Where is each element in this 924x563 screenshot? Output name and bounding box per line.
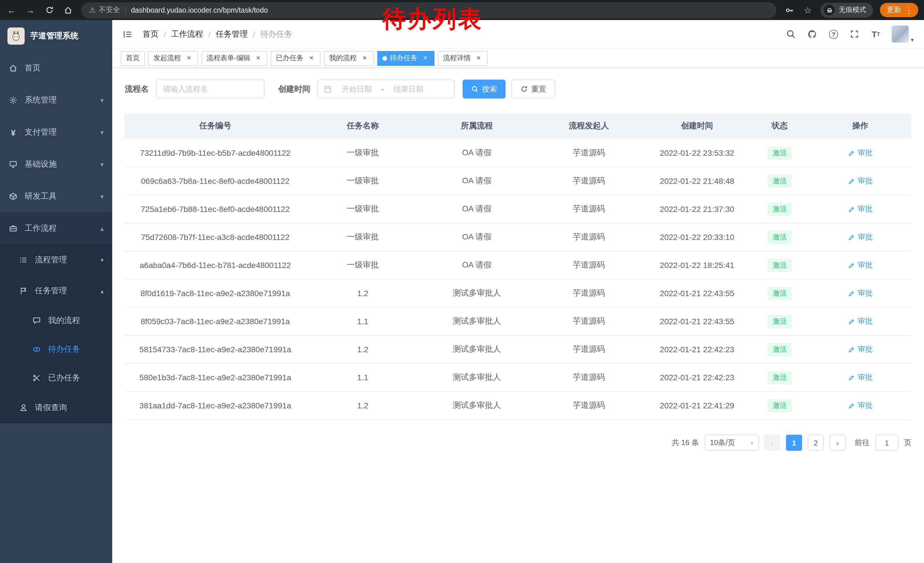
app-logo-row[interactable]: 芋道管理系统 <box>0 20 112 52</box>
approve-link[interactable]: 审批 <box>848 372 873 383</box>
next-page-button[interactable]: › <box>830 435 846 451</box>
cell-process: 测试多审批人 <box>420 308 534 335</box>
tab-close-icon[interactable]: × <box>422 54 429 62</box>
tab-close-icon[interactable]: × <box>185 54 193 62</box>
cell-create-time: 2022-01-21 22:42:23 <box>644 336 750 363</box>
tab-close-icon[interactable]: × <box>475 54 483 62</box>
cell-task-name: 1.2 <box>306 336 420 363</box>
cell-create-time: 2022-01-22 23:53:32 <box>644 139 750 167</box>
sidebar-item-payment[interactable]: ¥ 支付管理 ▾ <box>0 116 112 148</box>
tab-label: 我的流程 <box>329 53 357 63</box>
tab-close-icon[interactable]: × <box>361 54 369 62</box>
page-size-select[interactable]: 10条/页 ▾ <box>705 435 759 451</box>
approve-link[interactable]: 审批 <box>848 400 873 411</box>
briefcase-icon <box>8 224 18 233</box>
approve-link[interactable]: 审批 <box>848 344 873 354</box>
start-date-input[interactable] <box>336 85 378 93</box>
person-icon <box>18 403 28 412</box>
table-body: 73211d9d-7b9b-11ec-b5b7-acde48001122 一级审… <box>125 139 911 420</box>
cell-task-name: 一级审批 <box>306 195 420 223</box>
help-icon[interactable]: ? <box>828 29 839 40</box>
fullscreen-icon[interactable] <box>849 29 861 40</box>
table-row: 8f059c03-7ac8-11ec-a9e2-a2380e71991a 1.1… <box>125 308 911 336</box>
breadcrumb-home[interactable]: 首页 <box>142 29 159 39</box>
forward-icon[interactable]: → <box>25 4 36 16</box>
incognito-chip[interactable]: 无痕模式 <box>820 3 873 18</box>
approve-link[interactable]: 审批 <box>848 232 873 242</box>
cell-process: OA 请假 <box>420 195 534 223</box>
breadcrumb-workflow[interactable]: 工作流程 <box>171 29 203 39</box>
cell-actions: 审批 <box>809 224 911 251</box>
tab[interactable]: 我的流程 × <box>324 51 374 66</box>
tab[interactable]: 发起流程 × <box>148 51 198 66</box>
tab-close-icon[interactable]: × <box>254 54 262 62</box>
status-badge: 激活 <box>768 231 792 244</box>
approve-link[interactable]: 审批 <box>848 148 873 158</box>
sidebar-item-my-process[interactable]: 我的流程 <box>0 306 112 335</box>
cell-task-name: 一级审批 <box>306 139 420 167</box>
chevron-down-icon: ▾ <box>100 161 104 168</box>
user-avatar[interactable]: ▾ <box>891 25 914 43</box>
table-row: 8f0d1619-7ac8-11ec-a9e2-a2380e71991a 1.2… <box>125 279 911 308</box>
reset-button[interactable]: 重置 <box>511 80 555 99</box>
bookmark-star-icon[interactable]: ☆ <box>802 4 813 16</box>
cell-starter: 芋道源码 <box>534 167 644 195</box>
cell-task-id: 73211d9d-7b9b-11ec-b5b7-acde48001122 <box>125 139 306 167</box>
search-button[interactable]: 搜索 <box>463 80 506 99</box>
sidebar-item-task-management[interactable]: 任务管理 ▴ <box>0 275 112 306</box>
tab[interactable]: 已办任务 × <box>271 51 321 66</box>
breadcrumb-current: 待办任务 <box>260 29 292 39</box>
toolbox-icon <box>8 192 18 201</box>
sidebar-fold-icon[interactable] <box>123 29 133 39</box>
sidebar-item-leave-query[interactable]: 请假查询 <box>0 392 112 423</box>
back-icon[interactable]: ← <box>6 4 17 16</box>
cell-task-id: 58154733-7ac8-11ec-a9e2-a2380e71991a <box>125 336 306 363</box>
cell-task-name: 一级审批 <box>306 167 420 195</box>
chevron-down-icon: ▾ <box>750 440 753 446</box>
sidebar-item-home[interactable]: 首页 <box>0 52 112 84</box>
app-title: 芋道管理系统 <box>30 31 78 41</box>
breadcrumb-task-management[interactable]: 任务管理 <box>216 29 248 39</box>
prev-page-button[interactable]: ‹ <box>764 435 780 451</box>
cell-create-time: 2022-01-21 22:41:29 <box>644 392 750 419</box>
process-name-input[interactable] <box>156 80 264 99</box>
cell-status: 激活 <box>750 251 809 279</box>
security-warning[interactable]: ⚠ 不安全 <box>89 5 120 15</box>
goto-page-input[interactable] <box>875 435 898 451</box>
home-icon[interactable] <box>62 4 74 16</box>
search-icon[interactable] <box>786 29 797 40</box>
tab[interactable]: 流程详情 × <box>438 51 488 66</box>
page-button-2[interactable]: 2 <box>808 435 824 451</box>
password-key-icon[interactable] <box>784 4 795 16</box>
status-badge: 激活 <box>768 203 792 216</box>
sidebar-item-done-tasks[interactable]: 已办任务 <box>0 364 112 392</box>
sidebar-item-process-management[interactable]: 流程管理 ▾ <box>0 245 112 275</box>
font-size-icon[interactable]: TT <box>870 29 882 40</box>
browser-menu-icon[interactable]: ⋮ <box>905 6 913 15</box>
sidebar-item-todo-tasks[interactable]: 待办任务 <box>0 335 112 364</box>
sidebar-item-infrastructure[interactable]: 基础设施 ▾ <box>0 148 112 180</box>
refresh-icon[interactable] <box>44 4 55 16</box>
incognito-label: 无痕模式 <box>839 5 866 15</box>
approve-link[interactable]: 审批 <box>848 176 873 186</box>
tab-label: 首页 <box>126 53 140 63</box>
approve-link[interactable]: 审批 <box>848 316 873 326</box>
end-date-input[interactable] <box>387 85 430 93</box>
sidebar-item-devtools[interactable]: 研发工具 ▾ <box>0 180 112 213</box>
update-chip[interactable]: 更新 ⋮ <box>880 3 918 17</box>
tab[interactable]: 流程表单-编辑 × <box>201 51 267 66</box>
date-range-picker[interactable]: - <box>317 80 454 99</box>
approve-link-label: 审批 <box>858 316 873 326</box>
sidebar-item-workflow[interactable]: 工作流程 ▴ <box>0 213 112 245</box>
approve-link[interactable]: 审批 <box>848 288 873 299</box>
approve-link[interactable]: 审批 <box>848 204 873 214</box>
date-range-separator: - <box>381 85 384 93</box>
page-button-1[interactable]: 1 <box>786 435 802 451</box>
cell-starter: 芋道源码 <box>534 139 644 167</box>
tab[interactable]: 待办任务 × <box>377 51 435 66</box>
sidebar-item-system[interactable]: 系统管理 ▾ <box>0 84 112 116</box>
tab-close-icon[interactable]: × <box>308 54 315 62</box>
approve-link[interactable]: 审批 <box>848 260 873 270</box>
github-icon[interactable] <box>807 29 818 40</box>
tab[interactable]: 首页 <box>121 51 145 66</box>
